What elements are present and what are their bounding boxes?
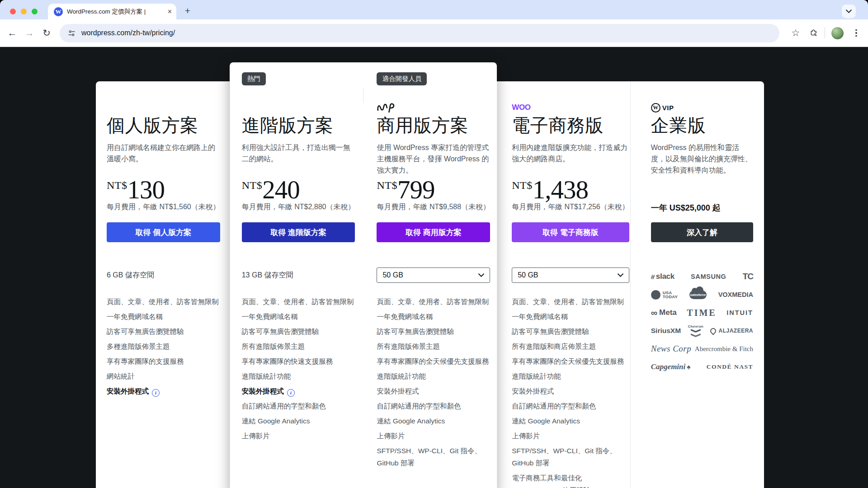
feature-item: 上傳影片: [242, 430, 355, 442]
site-settings-icon[interactable]: [68, 29, 75, 37]
get-premium-plan-button[interactable]: 取得 進階版方案: [242, 222, 355, 242]
plan-description: 利用強大設計工具，打造出獨一無二的網站。: [242, 142, 355, 177]
feature-item: 頁面、文章、使用者、訪客皆無限制: [107, 296, 220, 308]
chevron-down-icon: [478, 273, 484, 277]
extensions-icon[interactable]: [805, 28, 823, 38]
feature-item: 享有專家團隊的快速支援服務: [242, 355, 355, 367]
plan-description: WordPress 的易用性和靈活度，以及無與倫比的擴充彈性、安全性和資料導向功…: [651, 142, 753, 177]
plan-features: 頁面、文章、使用者、訪客皆無限制一年免費網域名稱訪客可享無廣告瀏覽體驗所有進階版…: [242, 296, 355, 442]
feature-item: 安裝外掛程式: [377, 385, 490, 397]
feature-item: 享有專家團隊的支援服務: [107, 355, 220, 367]
feature-item: 所有進階版和商店佈景主題: [512, 340, 629, 352]
get-business-plan-button[interactable]: 取得 商用版方案: [377, 222, 490, 242]
url-bar[interactable]: wordpress.com/zh-tw/pricing/: [60, 24, 779, 42]
price-amount: 240: [262, 177, 300, 202]
logo-intuit: INTUIT: [726, 309, 753, 316]
feature-item: 一年免費網域名稱: [377, 310, 490, 323]
plan-logo-slot: [242, 102, 355, 113]
feature-item: 安裝外掛程式i: [242, 385, 355, 397]
logo-time: TIME: [687, 308, 716, 318]
feature-item: 上傳影片: [377, 430, 490, 442]
plan-features: 頁面、文章、使用者、訪客皆無限制一年免費網域名稱訪客可享無廣告瀏覽體驗多種進階版…: [107, 296, 220, 397]
close-window-button[interactable]: [10, 9, 16, 14]
back-button[interactable]: ←: [4, 28, 21, 38]
storage-label: 13 GB 儲存空間: [242, 267, 355, 283]
tab-search-button[interactable]: [842, 5, 856, 18]
logo-salesforce: salesforce: [689, 291, 707, 299]
plan-title: 進階版方案: [242, 114, 355, 137]
feature-item: 電子商務工具和最佳化 WooCommerce 使用體驗: [512, 472, 629, 488]
logo-meta: ∞Meta: [651, 308, 677, 317]
storage-select[interactable]: 50 GB: [512, 267, 629, 283]
feature-item: 頁面、文章、使用者、訪客皆無限制: [377, 296, 490, 308]
feature-item: 所有進階版佈景主題: [242, 340, 355, 352]
feature-item: 訪客可享無廣告瀏覽體驗: [242, 325, 355, 338]
logo-techcrunch: TC: [743, 272, 753, 282]
feature-item: SFTP/SSH、WP-CLI、Git 指令、GitHub 部署: [377, 445, 490, 469]
storage-select[interactable]: 50 GB: [377, 267, 490, 283]
chevron-down-icon: [846, 9, 852, 13]
feature-item: 進階版統計功能: [512, 370, 629, 382]
new-tab-button[interactable]: +: [182, 5, 193, 17]
browser-window: W WordPress.com 定價與方案 | × + ← → ↻ wordpr…: [0, 0, 868, 488]
url-text: wordpress.com/zh-tw/pricing/: [81, 29, 175, 37]
plan-logo-slot: [107, 102, 220, 113]
feature-item: 享有專家團隊的全天候優先支援服務: [512, 355, 629, 367]
feature-item: 自訂網站通用的字型和顏色: [242, 400, 355, 412]
browser-menu-button[interactable]: [848, 29, 864, 37]
currency-label: NT$: [242, 179, 263, 192]
feature-item: 多種進階版佈景主題: [107, 340, 220, 352]
learn-more-button[interactable]: 深入了解: [651, 222, 753, 242]
feature-item: 連結 Google Analytics: [242, 415, 355, 427]
storage-selected-value: 50 GB: [518, 271, 538, 279]
plan-title: 商用版方案: [377, 114, 490, 137]
billing-note: 每月費用，年繳 NT$2,880（未稅）: [242, 202, 355, 214]
billing-note: 每月費用，年繳 NT$17,256（未稅）: [512, 202, 629, 214]
feature-item: 頁面、文章、使用者、訪客皆無限制: [242, 296, 355, 308]
logo-aljazeera: ALJAZEERA: [710, 328, 753, 334]
billing-note: 每月費用，年繳 NT$9,588（未稅）: [377, 202, 490, 214]
billing-note: 每月費用，年繳 NT$1,560（未稅）: [107, 202, 220, 214]
feature-item: 訪客可享無廣告瀏覽體驗: [107, 325, 220, 338]
window-controls: [10, 9, 38, 14]
get-personal-plan-button[interactable]: 取得 個人版方案: [107, 222, 220, 242]
feature-item: 連結 Google Analytics: [512, 415, 629, 427]
reload-button[interactable]: ↻: [38, 28, 55, 38]
developers-badge: 適合開發人員: [377, 72, 427, 85]
minimize-window-button[interactable]: [21, 9, 27, 14]
plan-description: 使用 WordPress 專家打造的管理式主機服務平台，發揮 WordPress…: [377, 142, 490, 177]
profile-avatar[interactable]: [831, 27, 844, 39]
page-content: 個人版方案 用自訂網域名稱建立你在網路上的溫暖小窩。 NT$ 130 每月費用，…: [0, 47, 868, 488]
close-tab-icon[interactable]: ×: [168, 8, 172, 15]
info-icon[interactable]: i: [152, 389, 160, 397]
price-amount: 799: [397, 177, 435, 202]
plan-price: NT$ 799: [377, 177, 490, 202]
plan-description: 利用內建進階版擴充功能，打造威力強大的網路商店。: [512, 142, 629, 177]
tab-strip: W WordPress.com 定價與方案 | × +: [0, 0, 868, 19]
column-divider: [630, 81, 631, 488]
plan-card-enterprise: W VIP 企業版 WordPress 的易用性和靈活度，以及無與倫比的擴充彈性…: [640, 81, 764, 488]
logo-condenast: CONDÉ NAST: [707, 363, 753, 371]
tab-title: WordPress.com 定價與方案 |: [67, 8, 165, 16]
bookmark-star-icon[interactable]: ☆: [787, 28, 805, 38]
feature-item: 自訂網站通用的字型和顏色: [512, 400, 629, 412]
logo-newscorp: News Corp: [651, 344, 692, 354]
enterprise-logo-grid: #slackSAMSUNGTCUSATODAYsalesforceVOXMEDI…: [651, 267, 753, 376]
column-divider: [230, 81, 230, 488]
info-icon[interactable]: i: [287, 389, 295, 397]
feature-item: 進階版統計功能: [377, 370, 490, 382]
get-commerce-plan-button[interactable]: 取得 電子商務版: [512, 222, 629, 242]
forward-button[interactable]: →: [21, 28, 38, 38]
browser-tab[interactable]: W WordPress.com 定價與方案 | ×: [48, 4, 176, 19]
feature-item: 進階版統計功能: [242, 370, 355, 382]
zoom-window-button[interactable]: [32, 9, 38, 14]
popular-badge: 熱門: [242, 72, 266, 85]
pricing-grid: 個人版方案 用自訂網域名稱建立你在網路上的溫暖小窩。 NT$ 130 每月費用，…: [96, 81, 764, 488]
logo-abercrombie: Abercrombie & Fitch: [695, 345, 753, 353]
feature-item: 頁面、文章、使用者、訪客皆無限制: [512, 296, 629, 308]
currency-label: NT$: [107, 179, 127, 192]
logo-siriusxm: SiriusXM: [651, 327, 681, 335]
feature-item: 連結 Google Analytics: [377, 415, 490, 427]
plan-title: 個人版方案: [107, 114, 220, 137]
woo-logo-icon: WOO: [512, 102, 629, 113]
